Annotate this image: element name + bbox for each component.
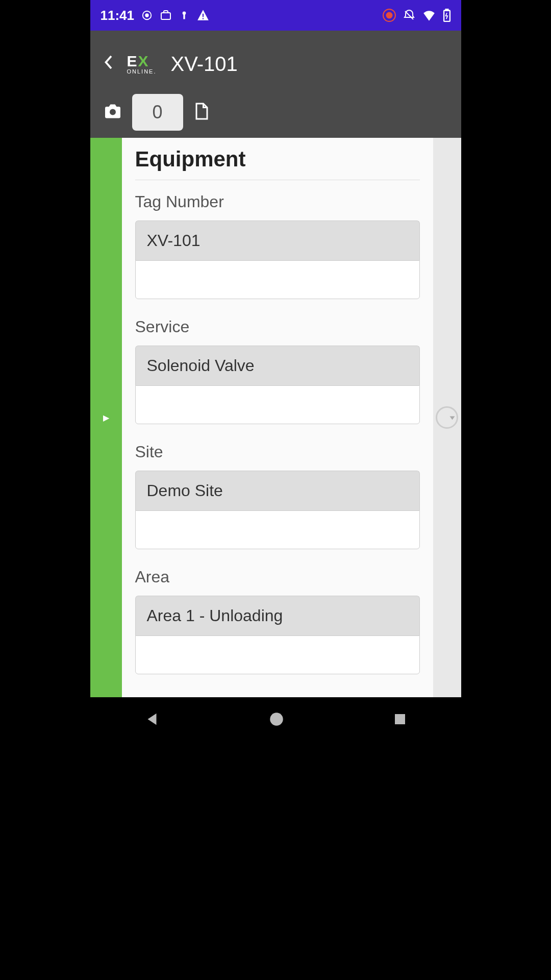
- svg-point-1: [145, 14, 148, 17]
- site-readonly: Demo Site: [135, 471, 420, 510]
- site-input[interactable]: [135, 510, 420, 549]
- content-area: ▶ Equipment Tag Number XV-101 Service So…: [90, 138, 461, 697]
- area-input[interactable]: [135, 635, 420, 674]
- mute-icon: [403, 9, 415, 21]
- field-service: Service Solenoid Valve: [135, 317, 420, 424]
- field-area: Area Area 1 - Unloading: [135, 568, 420, 674]
- status-bar: 11:41: [90, 0, 461, 31]
- battery-icon: [443, 9, 451, 22]
- toolbar: 0: [90, 87, 461, 138]
- logo-e: E: [127, 54, 138, 69]
- svg-rect-5: [203, 14, 204, 17]
- counter-value: 0: [152, 102, 162, 123]
- svg-point-3: [183, 12, 186, 15]
- svg-rect-2: [161, 13, 170, 19]
- field-tag: Tag Number XV-101: [135, 192, 420, 299]
- logo-bottom: ONLINE.: [127, 69, 157, 75]
- android-nav-bar: [90, 697, 461, 743]
- service-readonly: Solenoid Valve: [135, 346, 420, 385]
- app-header: EX ONLINE. XV-101 0: [90, 31, 461, 138]
- status-left: 11:41: [101, 8, 210, 23]
- svg-rect-4: [183, 14, 185, 19]
- tag-label: Tag Number: [135, 192, 420, 211]
- wifi-icon: [422, 10, 436, 21]
- svg-point-12: [110, 109, 116, 115]
- tag-input[interactable]: [135, 260, 420, 299]
- area-label: Area: [135, 568, 420, 586]
- svg-point-8: [386, 12, 392, 19]
- svg-rect-14: [395, 714, 405, 724]
- document-button[interactable]: [193, 102, 209, 122]
- app-logo: EX ONLINE.: [127, 54, 157, 75]
- section-title: Equipment: [135, 147, 420, 180]
- site-label: Site: [135, 443, 420, 461]
- logo-top: EX: [127, 54, 149, 69]
- nav-home-button[interactable]: [268, 710, 285, 730]
- area-readonly: Area 1 - Unloading: [135, 596, 420, 635]
- field-site: Site Demo Site: [135, 443, 420, 549]
- chevron-right-icon: ▶: [103, 413, 109, 423]
- loading-spinner-icon: [436, 406, 458, 429]
- back-button[interactable]: [104, 55, 113, 74]
- service-label: Service: [135, 317, 420, 336]
- form-column[interactable]: Equipment Tag Number XV-101 Service Sole…: [122, 138, 433, 697]
- service-input[interactable]: [135, 385, 420, 424]
- camera-button[interactable]: [104, 103, 122, 121]
- title-row: EX ONLINE. XV-101: [90, 41, 461, 87]
- counter-box[interactable]: 0: [132, 94, 183, 131]
- page-title: XV-101: [171, 53, 238, 76]
- status-time: 11:41: [101, 8, 135, 23]
- svg-point-13: [270, 713, 283, 726]
- warning-icon: [196, 9, 210, 22]
- status-right: [383, 9, 451, 22]
- record-icon: [383, 9, 396, 22]
- nav-recents-button[interactable]: [392, 712, 408, 729]
- logo-x: X: [138, 54, 149, 69]
- svg-rect-6: [203, 18, 204, 19]
- target-icon: [141, 10, 153, 21]
- tag-readonly: XV-101: [135, 220, 420, 260]
- lock-icon: [179, 9, 189, 21]
- nav-back-button[interactable]: [143, 710, 161, 730]
- svg-rect-11: [445, 9, 448, 10]
- right-rail: [433, 138, 461, 697]
- left-rail-toggle[interactable]: ▶: [90, 138, 122, 697]
- briefcase-icon: [160, 9, 172, 21]
